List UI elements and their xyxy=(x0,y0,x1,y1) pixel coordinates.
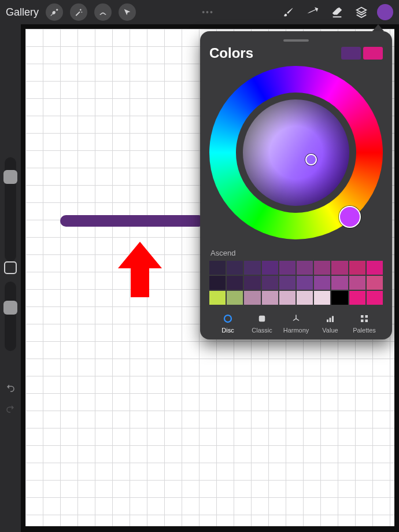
palette-cell[interactable] xyxy=(367,291,383,305)
palette-cell[interactable] xyxy=(244,261,260,275)
palettes-icon xyxy=(359,313,370,324)
svg-rect-4 xyxy=(361,320,364,323)
brush-size-knob[interactable] xyxy=(3,170,17,184)
color-swatches xyxy=(341,47,383,60)
value-icon xyxy=(324,313,336,324)
s-curve-icon[interactable] xyxy=(94,3,112,21)
palette-name: Ascend xyxy=(210,249,382,257)
palette-cell[interactable] xyxy=(227,291,243,305)
annotation-arrow xyxy=(117,242,163,297)
palette-cell[interactable] xyxy=(367,261,383,275)
panel-title: Colors xyxy=(209,45,253,61)
palette-grid xyxy=(209,261,383,305)
procreate-app: Gallery ••• xyxy=(0,0,399,532)
secondary-swatch[interactable] xyxy=(363,47,383,60)
eraser-icon[interactable] xyxy=(328,3,346,21)
palette-cell[interactable] xyxy=(297,261,313,275)
svg-rect-3 xyxy=(365,315,368,318)
palette-cell[interactable] xyxy=(349,291,365,305)
palette-cell[interactable] xyxy=(349,261,365,275)
modify-button[interactable] xyxy=(4,261,17,274)
palette-cell[interactable] xyxy=(314,291,330,305)
current-color-button[interactable] xyxy=(377,4,393,20)
tab-palettes[interactable]: Palettes xyxy=(348,313,380,334)
left-sidebar xyxy=(0,24,21,532)
spacer: ••• xyxy=(143,8,273,17)
svg-rect-1 xyxy=(259,316,265,322)
palette-cell[interactable] xyxy=(331,261,348,275)
redo-icon[interactable] xyxy=(5,404,16,416)
harmony-icon xyxy=(290,313,302,324)
panel-tabs: Disc Classic Harmony Value Palettes xyxy=(209,313,383,334)
palette-cell[interactable] xyxy=(331,291,348,305)
opacity-slider[interactable] xyxy=(5,282,16,351)
palette-cell[interactable] xyxy=(349,276,365,290)
smudge-icon[interactable] xyxy=(304,3,322,21)
palette-cell[interactable] xyxy=(279,276,295,290)
palette-cell[interactable] xyxy=(227,276,243,290)
svg-rect-5 xyxy=(365,320,368,323)
palette-cell[interactable] xyxy=(297,276,313,290)
pointer-icon[interactable] xyxy=(119,3,136,21)
opacity-knob[interactable] xyxy=(3,301,17,315)
palette-cell[interactable] xyxy=(227,261,243,275)
palette-cell[interactable] xyxy=(244,291,260,305)
palette-cell[interactable] xyxy=(331,276,348,290)
wand-icon[interactable] xyxy=(70,3,87,21)
wrench-icon[interactable] xyxy=(46,3,63,21)
color-wheel[interactable] xyxy=(209,66,383,239)
panel-grip[interactable] xyxy=(283,39,309,42)
color-panel: Colors Ascend Disc Classic xyxy=(200,31,392,339)
palette-cell[interactable] xyxy=(209,291,226,305)
brush-stroke xyxy=(60,215,205,227)
palette-cell[interactable] xyxy=(314,276,330,290)
tab-value[interactable]: Value xyxy=(314,313,346,334)
brush-icon[interactable] xyxy=(280,3,297,21)
palette-cell[interactable] xyxy=(262,276,278,290)
palette-cell[interactable] xyxy=(279,291,295,305)
tab-classic[interactable]: Classic xyxy=(246,313,278,334)
overflow-dots-icon[interactable]: ••• xyxy=(143,8,273,17)
disc-icon xyxy=(222,313,234,324)
panel-tail xyxy=(372,24,384,31)
palette-cell[interactable] xyxy=(262,261,278,275)
hue-cursor[interactable] xyxy=(339,206,361,228)
undo-icon[interactable] xyxy=(5,383,16,396)
palette-cell[interactable] xyxy=(367,276,383,290)
palette-cell[interactable] xyxy=(209,261,226,275)
palette-cell[interactable] xyxy=(244,276,260,290)
gallery-button[interactable]: Gallery xyxy=(6,6,39,19)
svg-point-0 xyxy=(224,315,231,322)
palette-cell[interactable] xyxy=(209,276,226,290)
tab-disc[interactable]: Disc xyxy=(212,313,244,334)
tab-harmony[interactable]: Harmony xyxy=(280,313,312,334)
palette-cell[interactable] xyxy=(297,291,313,305)
primary-swatch[interactable] xyxy=(341,47,361,60)
layers-icon[interactable] xyxy=(353,3,370,21)
top-toolbar: Gallery ••• xyxy=(0,0,399,24)
svg-rect-2 xyxy=(361,315,364,318)
palette-cell[interactable] xyxy=(262,291,278,305)
sv-disc[interactable] xyxy=(243,99,349,206)
palette-cell[interactable] xyxy=(314,261,330,275)
sv-cursor[interactable] xyxy=(305,154,317,165)
classic-icon xyxy=(256,313,268,324)
palette-cell[interactable] xyxy=(279,261,295,275)
